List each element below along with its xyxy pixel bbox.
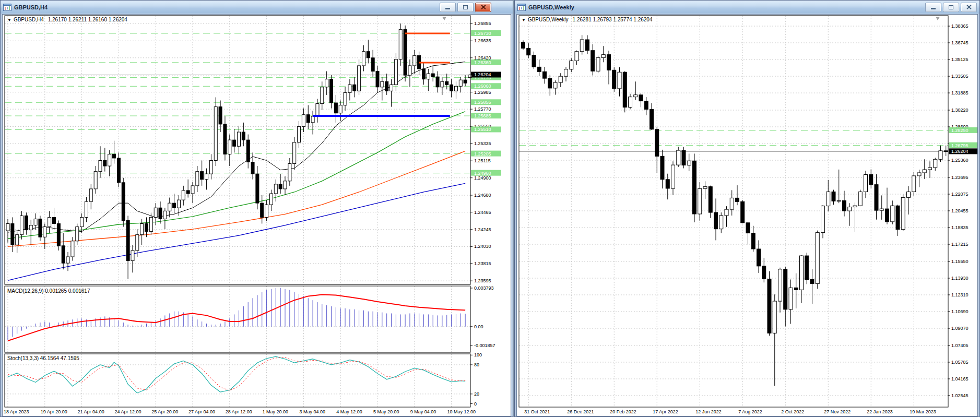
time-axis[interactable] bbox=[3, 408, 470, 416]
h4-candles bbox=[6, 23, 471, 279]
price-axis[interactable] bbox=[471, 15, 511, 407]
current-price-line: 1.26204 bbox=[519, 148, 978, 154]
shift-marker bbox=[442, 17, 446, 20]
window-title: GBPUSD,Weekly bbox=[528, 4, 574, 10]
shift-marker bbox=[936, 17, 940, 20]
chart-icon[interactable] bbox=[517, 4, 526, 11]
weekly-chart-canvas[interactable]: 31 Oct 202126 Dec 202120 Feb 202217 Apr … bbox=[517, 15, 978, 416]
restore-button[interactable] bbox=[457, 3, 474, 12]
window-gbpusd-weekly: GBPUSD,Weekly 31 Oct 202126 Dec 202120 F… bbox=[514, 0, 980, 417]
chart-area-weekly: 31 Oct 202126 Dec 202120 Feb 202217 Apr … bbox=[516, 14, 978, 416]
pane-frames bbox=[5, 16, 470, 407]
pane-frames bbox=[519, 16, 948, 407]
window-controls bbox=[924, 3, 977, 12]
macd-label: MACD(12,26,9) 0.001265 0.001617 bbox=[7, 288, 90, 294]
window-controls bbox=[438, 3, 491, 12]
moving-averages bbox=[8, 62, 465, 280]
restore-button[interactable] bbox=[943, 3, 959, 12]
restore-icon bbox=[463, 5, 468, 9]
header-ohlc: 1.26170 1.26211 1.26160 1.26204 bbox=[48, 17, 127, 22]
chart-header-weekly: ▼GBPUSD,Weekly1.26281 1.26793 1.25774 1.… bbox=[522, 17, 652, 22]
support-resistance-lines: 1.282501.26795 bbox=[519, 127, 978, 148]
time-axis[interactable] bbox=[517, 408, 948, 416]
chart-area-h4: 18 Apr 202319 Apr 20:0021 Apr 04:0024 Ap… bbox=[2, 14, 511, 416]
close-icon bbox=[966, 4, 972, 10]
close-icon bbox=[480, 4, 486, 10]
weekly-candles bbox=[522, 35, 948, 386]
close-button[interactable] bbox=[475, 3, 491, 12]
mt4-workspace: GBPUSD,H4 18 Apr 202319 Apr 20:0021 Apr … bbox=[0, 0, 980, 417]
macd-pane: 0.0037930.00-0.001857 bbox=[5, 285, 495, 348]
header-symbol: GBPUSD,H4 bbox=[14, 17, 44, 22]
minimize-button[interactable] bbox=[440, 3, 456, 12]
titlebar-weekly[interactable]: GBPUSD,Weekly bbox=[515, 1, 979, 14]
window-gbpusd-h4: GBPUSD,H4 18 Apr 202319 Apr 20:0021 Apr … bbox=[0, 0, 513, 417]
minimize-button[interactable] bbox=[925, 3, 941, 12]
header-ohlc: 1.26281 1.26793 1.25774 1.26204 bbox=[573, 17, 653, 22]
symbol-dropdown-arrow[interactable]: ▼ bbox=[522, 18, 526, 22]
restore-icon bbox=[949, 5, 953, 9]
stoch-label: Stoch(13,3,3) 46.1564 47.1595 bbox=[7, 355, 79, 361]
minimize-icon bbox=[931, 8, 936, 9]
minimize-icon bbox=[445, 8, 450, 9]
chart-header-h4: ▼GBPUSD,H41.26170 1.26211 1.26160 1.2620… bbox=[7, 17, 127, 22]
grid-layer bbox=[5, 16, 470, 407]
chart-icon[interactable] bbox=[3, 4, 11, 11]
grid-layer bbox=[519, 16, 948, 407]
window-title: GBPUSD,H4 bbox=[14, 4, 48, 10]
price-axis[interactable] bbox=[949, 15, 978, 407]
symbol-dropdown-arrow[interactable]: ▼ bbox=[7, 18, 11, 22]
titlebar-h4[interactable]: GBPUSD,H4 bbox=[1, 1, 513, 14]
close-button[interactable] bbox=[961, 3, 977, 12]
header-symbol: GBPUSD,Weekly bbox=[528, 17, 569, 22]
